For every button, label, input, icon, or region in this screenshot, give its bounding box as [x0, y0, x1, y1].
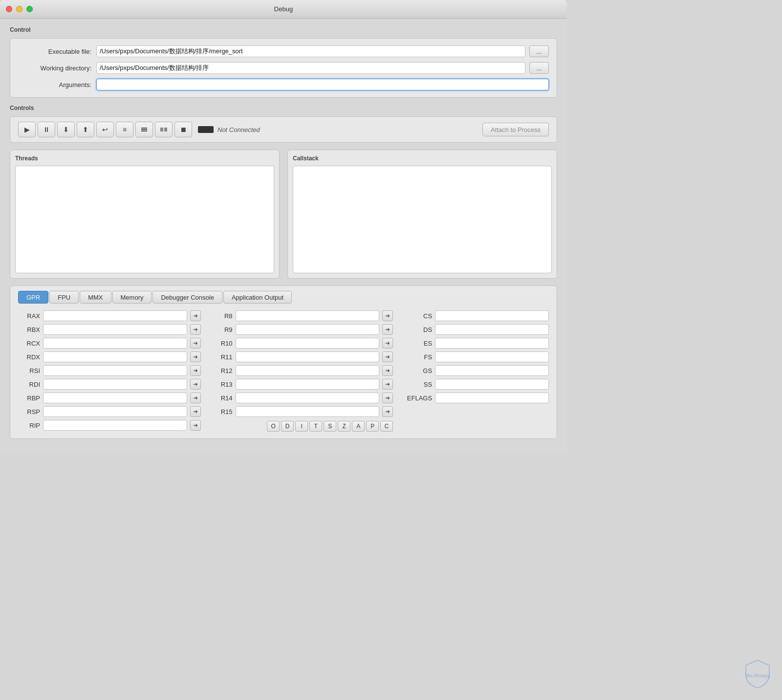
- reg-input-r15[interactable]: [236, 406, 380, 417]
- toggle-button[interactable]: [155, 122, 173, 137]
- minimize-button[interactable]: [16, 6, 22, 12]
- reg-label-rdx: RDX: [18, 353, 40, 361]
- reg-input-es[interactable]: [435, 338, 549, 349]
- reg-row-rax: RAX ➜: [18, 310, 201, 321]
- reg-input-ds[interactable]: [435, 324, 549, 335]
- controls-section: ▶ ⏸ ⬇ ⬆ ↩ ≡ ⏹ Not Con: [10, 116, 557, 143]
- reg-input-rsp[interactable]: [43, 406, 187, 417]
- reg-input-fs[interactable]: [435, 351, 549, 362]
- reg-arrow-rsp[interactable]: ➜: [190, 406, 201, 417]
- reg-arrow-r8[interactable]: ➜: [382, 310, 393, 321]
- reg-arrow-rbp[interactable]: ➜: [190, 393, 201, 403]
- window-title: Debug: [274, 5, 293, 13]
- reg-input-r12[interactable]: [236, 365, 380, 376]
- maximize-button[interactable]: [26, 6, 33, 12]
- reg-row-r11: R11 ➜: [211, 351, 393, 362]
- step-into-button[interactable]: ⬇: [57, 122, 75, 137]
- reg-arrow-r12[interactable]: ➜: [382, 365, 393, 376]
- tab-application-output[interactable]: Application Output: [223, 291, 292, 304]
- reg-arrow-rax[interactable]: ➜: [190, 310, 201, 321]
- control-section: Executable file: ... Working directory: …: [10, 38, 557, 98]
- reg-input-rdi[interactable]: [43, 379, 187, 390]
- working-dir-row: Working directory: ...: [18, 62, 549, 74]
- tab-mmx[interactable]: MMX: [80, 291, 111, 304]
- threads-panel: Threads: [10, 150, 280, 279]
- reg-label-r8: R8: [211, 312, 233, 320]
- reg-input-eflags[interactable]: [435, 393, 549, 403]
- callstack-list[interactable]: [293, 166, 552, 273]
- not-connected-text: Not Connected: [217, 126, 260, 133]
- reg-arrow-rdx[interactable]: ➜: [190, 351, 201, 362]
- flag-t[interactable]: T: [309, 421, 322, 432]
- step-over-button[interactable]: ↩: [96, 122, 114, 137]
- arguments-input[interactable]: [96, 79, 549, 90]
- reg-arrow-r15[interactable]: ➜: [382, 406, 393, 417]
- reg-label-r12: R12: [211, 367, 233, 374]
- flag-o[interactable]: O: [267, 421, 280, 432]
- reg-input-rdx[interactable]: [43, 351, 187, 362]
- tab-memory[interactable]: Memory: [112, 291, 152, 304]
- panels-row: Threads Callstack: [10, 150, 557, 279]
- registers-grid: RAX ➜ RBX ➜ RCX ➜ RDX ➜: [18, 310, 549, 434]
- reg-arrow-r11[interactable]: ➜: [382, 351, 393, 362]
- reg-input-rbx[interactable]: [43, 324, 187, 335]
- reg-arrow-rip[interactable]: ➜: [190, 420, 201, 431]
- tab-gpr[interactable]: GPR: [18, 291, 48, 304]
- flag-p[interactable]: P: [366, 421, 379, 432]
- step-out-button[interactable]: ⬆: [77, 122, 94, 137]
- reg-arrow-rsi[interactable]: ➜: [190, 365, 201, 376]
- reg-row-rcx: RCX ➜: [18, 338, 201, 349]
- reg-input-rip[interactable]: [43, 420, 187, 431]
- reg-input-r8[interactable]: [236, 310, 380, 321]
- threads-label: Threads: [15, 155, 274, 162]
- reg-arrow-r10[interactable]: ➜: [382, 338, 393, 349]
- reg-arrow-rbx[interactable]: ➜: [190, 324, 201, 335]
- flag-a[interactable]: A: [352, 421, 365, 432]
- reg-input-rbp[interactable]: [43, 393, 187, 403]
- reg-input-r9[interactable]: [236, 324, 380, 335]
- reg-input-r14[interactable]: [236, 393, 380, 403]
- flag-d[interactable]: D: [281, 421, 294, 432]
- executable-input[interactable]: [96, 45, 525, 57]
- reg-arrow-r14[interactable]: ➜: [382, 393, 393, 403]
- reg-label-es: ES: [403, 340, 432, 347]
- attach-to-process-button[interactable]: Attach to Process: [482, 123, 549, 136]
- reg-input-rsi[interactable]: [43, 365, 187, 376]
- threads-list[interactable]: [15, 166, 274, 273]
- reg-arrow-rcx[interactable]: ➜: [190, 338, 201, 349]
- reg-arrow-r9[interactable]: ➜: [382, 324, 393, 335]
- svg-rect-4: [164, 128, 167, 131]
- reg-arrow-rdi[interactable]: ➜: [190, 379, 201, 390]
- flag-s[interactable]: S: [324, 421, 336, 432]
- play-button[interactable]: ▶: [18, 122, 36, 137]
- reg-row-eflags: EFLAGS: [403, 393, 549, 403]
- tab-debugger-console[interactable]: Debugger Console: [152, 291, 222, 304]
- reg-input-rcx[interactable]: [43, 338, 187, 349]
- arguments-label: Arguments:: [18, 81, 96, 88]
- list-button[interactable]: ≡: [116, 122, 133, 137]
- tab-fpu[interactable]: FPU: [49, 291, 79, 304]
- stop-button[interactable]: ⏹: [174, 122, 192, 137]
- reg-row-rbx: RBX ➜: [18, 324, 201, 335]
- pause-button[interactable]: ⏸: [38, 122, 55, 137]
- flag-z[interactable]: Z: [338, 421, 350, 432]
- reg-arrow-r13[interactable]: ➜: [382, 379, 393, 390]
- working-dir-browse-button[interactable]: ...: [529, 62, 549, 74]
- reg-input-r13[interactable]: [236, 379, 380, 390]
- reg-row-rbp: RBP ➜: [18, 393, 201, 403]
- svg-rect-2: [141, 131, 147, 131]
- flag-c[interactable]: C: [380, 421, 393, 432]
- reg-input-r10[interactable]: [236, 338, 380, 349]
- working-dir-input[interactable]: [96, 62, 525, 74]
- reg-input-cs[interactable]: [435, 310, 549, 321]
- executable-label: Executable file:: [18, 48, 96, 55]
- reg-input-rax[interactable]: [43, 310, 187, 321]
- close-button[interactable]: [6, 6, 12, 12]
- breakpoints-button[interactable]: [135, 122, 153, 137]
- reg-input-r11[interactable]: [236, 351, 380, 362]
- reg-row-r14: R14 ➜: [211, 393, 393, 403]
- reg-input-gs[interactable]: [435, 365, 549, 376]
- executable-browse-button[interactable]: ...: [529, 45, 549, 57]
- reg-input-ss[interactable]: [435, 379, 549, 390]
- flag-i[interactable]: I: [295, 421, 308, 432]
